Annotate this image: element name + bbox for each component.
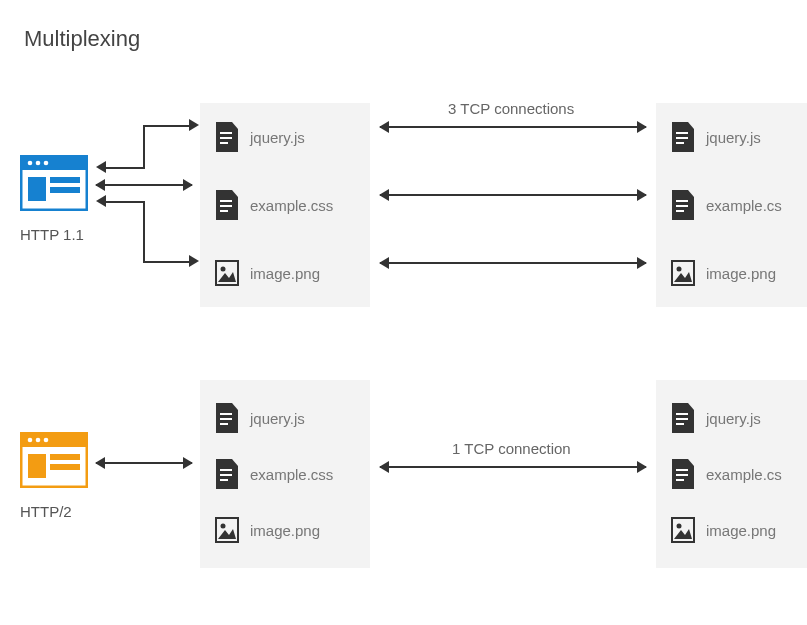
document-icon <box>670 459 696 489</box>
svg-rect-9 <box>220 137 232 139</box>
svg-rect-18 <box>676 142 684 144</box>
file-label: jquery.js <box>250 410 305 427</box>
svg-rect-30 <box>50 454 80 460</box>
http1-label: HTTP 1.1 <box>20 226 84 243</box>
document-icon <box>214 122 240 152</box>
http2-browser-arrow <box>96 462 192 464</box>
svg-rect-5 <box>28 177 46 201</box>
svg-rect-35 <box>220 469 232 471</box>
svg-point-39 <box>221 524 226 529</box>
image-icon <box>214 515 240 545</box>
svg-rect-11 <box>220 200 232 202</box>
http1-left-file-0: jquery.js <box>200 103 370 171</box>
file-label: image.png <box>706 265 776 282</box>
http1-right-file-0: jquery.js <box>656 103 807 171</box>
http2-conn-label: 1 TCP connection <box>452 440 571 457</box>
svg-rect-31 <box>50 464 80 470</box>
http1-browser-arrow-mid <box>96 184 192 186</box>
document-icon <box>670 403 696 433</box>
svg-rect-13 <box>220 210 228 212</box>
svg-rect-42 <box>676 423 684 425</box>
document-icon <box>214 403 240 433</box>
file-label: image.png <box>250 522 320 539</box>
document-icon <box>670 122 696 152</box>
diagram-title: Multiplexing <box>24 26 140 52</box>
document-icon <box>214 190 240 220</box>
svg-rect-12 <box>220 205 232 207</box>
svg-rect-29 <box>28 454 46 478</box>
http1-left-file-2: image.png <box>200 239 370 307</box>
svg-point-27 <box>36 438 41 443</box>
http1-conn-label: 3 TCP connections <box>448 100 574 117</box>
svg-point-26 <box>28 438 33 443</box>
file-label: example.css <box>250 466 333 483</box>
file-label: example.cs <box>706 197 782 214</box>
http2-left-files: jquery.js example.css image.png <box>200 380 370 568</box>
browser-icon-http2 <box>20 432 88 488</box>
http2-label: HTTP/2 <box>20 503 72 520</box>
image-icon <box>670 515 696 545</box>
svg-rect-37 <box>220 479 228 481</box>
svg-rect-6 <box>50 177 80 183</box>
svg-rect-19 <box>676 200 688 202</box>
image-icon <box>214 258 240 288</box>
svg-point-28 <box>44 438 49 443</box>
file-label: example.css <box>250 197 333 214</box>
file-label: example.cs <box>706 466 782 483</box>
svg-rect-21 <box>676 210 684 212</box>
svg-point-4 <box>44 161 49 166</box>
http1-conn-arrow-1 <box>380 194 646 196</box>
http1-right-file-2: image.png <box>656 239 807 307</box>
http1-conn-arrow-2 <box>380 262 646 264</box>
svg-rect-8 <box>220 132 232 134</box>
svg-point-2 <box>28 161 33 166</box>
svg-rect-36 <box>220 474 232 476</box>
svg-rect-43 <box>676 469 688 471</box>
http2-right-files: jquery.js example.cs image.png <box>656 380 807 568</box>
svg-point-3 <box>36 161 41 166</box>
svg-rect-17 <box>676 137 688 139</box>
document-icon <box>214 459 240 489</box>
file-label: image.png <box>250 265 320 282</box>
svg-point-15 <box>221 267 226 272</box>
http1-right-file-1: example.cs <box>656 171 807 239</box>
file-label: jquery.js <box>706 410 761 427</box>
http1-left-file-1: example.css <box>200 171 370 239</box>
document-icon <box>670 190 696 220</box>
svg-rect-10 <box>220 142 228 144</box>
browser-icon-http1 <box>20 155 88 211</box>
svg-rect-40 <box>676 413 688 415</box>
svg-rect-7 <box>50 187 80 193</box>
file-label: jquery.js <box>250 129 305 146</box>
svg-rect-41 <box>676 418 688 420</box>
svg-rect-33 <box>220 418 232 420</box>
svg-rect-32 <box>220 413 232 415</box>
svg-point-47 <box>677 524 682 529</box>
svg-rect-20 <box>676 205 688 207</box>
file-label: jquery.js <box>706 129 761 146</box>
svg-rect-44 <box>676 474 688 476</box>
image-icon <box>670 258 696 288</box>
http2-conn-arrow <box>380 466 646 468</box>
http1-conn-arrow-0 <box>380 126 646 128</box>
file-label: image.png <box>706 522 776 539</box>
svg-point-23 <box>677 267 682 272</box>
svg-rect-45 <box>676 479 684 481</box>
svg-rect-16 <box>676 132 688 134</box>
svg-rect-34 <box>220 423 228 425</box>
